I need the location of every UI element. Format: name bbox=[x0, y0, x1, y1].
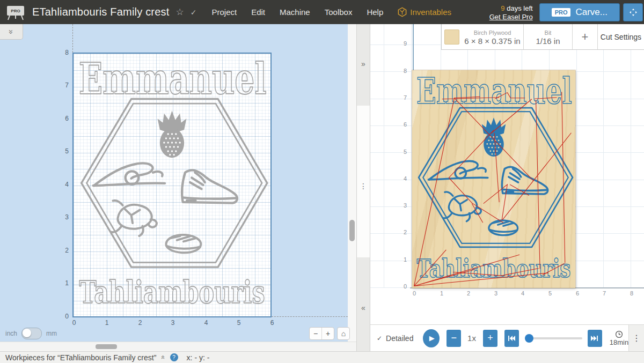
canvas-y-label: 6 bbox=[55, 115, 69, 122]
canvas-y-label: 5 bbox=[55, 147, 69, 155]
zoom-in-button[interactable]: + bbox=[321, 328, 334, 339]
carve-time-estimate: 18min bbox=[610, 330, 628, 346]
time-estimate-value: 18min bbox=[610, 339, 628, 346]
preview-y-label: 4 bbox=[396, 175, 407, 182]
detailed-checkbox[interactable]: ✓ Detailed bbox=[377, 334, 413, 343]
zoom-home-button[interactable]: ⌂ bbox=[337, 327, 350, 340]
preview-y-label: 3 bbox=[396, 202, 407, 209]
slider-track[interactable] bbox=[525, 337, 582, 339]
canvas-y-label: 0 bbox=[55, 313, 69, 320]
menu-help[interactable]: Help bbox=[367, 8, 383, 17]
unit-toggle-group: inch mm bbox=[5, 328, 57, 339]
unit-toggle-switch[interactable] bbox=[21, 328, 42, 339]
material-name: Birch Plywood bbox=[464, 29, 520, 37]
easel-pro-logo[interactable]: PRO bbox=[5, 4, 26, 20]
slider-handle[interactable] bbox=[525, 334, 533, 343]
divider-drag-handle-icon[interactable]: ⋮ bbox=[356, 182, 370, 190]
canvas-y-label: 7 bbox=[55, 82, 69, 89]
preview-y-label: 0 bbox=[396, 283, 407, 290]
canvas-y-label: 4 bbox=[55, 181, 69, 188]
preview-x-label: 0 bbox=[411, 290, 418, 297]
toolbar-collapse-tab[interactable]: » bbox=[0, 24, 23, 40]
workpieces-label: Workpieces for “ETahliambouris Family cr… bbox=[5, 353, 156, 362]
cursor-coordinates: x: - y: - bbox=[187, 353, 210, 362]
preview-y-label: 6 bbox=[396, 121, 407, 128]
inventables-hexagon-icon bbox=[397, 7, 407, 17]
material-preview[interactable] bbox=[412, 70, 575, 288]
menu-machine[interactable]: Machine bbox=[280, 8, 310, 17]
inventables-link[interactable]: Inventables bbox=[397, 7, 451, 17]
collapse-workpieces-icon[interactable]: » bbox=[158, 355, 166, 359]
canvas-y-label: 2 bbox=[55, 247, 69, 254]
material-swatch bbox=[444, 29, 459, 45]
material-selector[interactable]: Birch Plywood 6 × 8 × 0.375 in bbox=[442, 24, 524, 49]
add-bit-button[interactable]: + bbox=[573, 24, 598, 49]
favorite-star-icon[interactable]: ☆ bbox=[175, 6, 184, 18]
menu-project[interactable]: Project bbox=[211, 8, 237, 17]
preview-y-label: 9 bbox=[396, 40, 407, 47]
get-easel-pro-link[interactable]: Get Easel Pro bbox=[489, 13, 533, 21]
crest-design[interactable] bbox=[74, 54, 270, 316]
canvas-x-label: 1 bbox=[103, 319, 111, 327]
carve-pro-badge: PRO bbox=[552, 8, 571, 17]
preview-x-label: 2 bbox=[465, 290, 472, 297]
project-title[interactable]: ETahliambouris Family crest bbox=[32, 6, 169, 18]
menu-edit[interactable]: Edit bbox=[251, 8, 265, 17]
horizontal-scrollbar[interactable] bbox=[0, 342, 356, 352]
material-dimensions: 6 × 8 × 0.375 in bbox=[464, 37, 520, 45]
material-settings-bar: Birch Plywood 6 × 8 × 0.375 in Bit 1/16 … bbox=[441, 24, 644, 50]
menu-toolbox[interactable]: Toolbox bbox=[325, 8, 353, 17]
carve-label: Carve... bbox=[575, 7, 608, 18]
canvas-x-label: 6 bbox=[268, 319, 276, 327]
simulation-progress-slider[interactable] bbox=[525, 334, 582, 343]
preview-x-label: 8 bbox=[628, 290, 635, 297]
horizontal-scrollbar-thumb[interactable] bbox=[96, 344, 117, 349]
speed-decrease-button[interactable]: − bbox=[447, 330, 461, 347]
skip-to-end-button[interactable] bbox=[588, 330, 602, 347]
canvas-x-label: 5 bbox=[235, 319, 243, 327]
vertical-scrollbar-thumb[interactable] bbox=[349, 220, 355, 241]
unit-mm-label: mm bbox=[46, 330, 57, 337]
canvas-y-label: 1 bbox=[55, 279, 69, 287]
help-icon: ? bbox=[172, 354, 175, 360]
canvas-x-label: 0 bbox=[70, 319, 78, 327]
expand-workspace-button[interactable] bbox=[623, 3, 643, 21]
skip-start-icon bbox=[507, 334, 516, 343]
skip-to-start-button[interactable] bbox=[504, 330, 519, 347]
carve-button[interactable]: PRO Carve... bbox=[539, 3, 620, 21]
collapse-left-icon[interactable]: « bbox=[356, 303, 370, 312]
preview-x-label: 3 bbox=[493, 290, 499, 297]
play-simulation-button[interactable]: ▶ bbox=[423, 329, 440, 347]
canvas-x-label: 3 bbox=[169, 319, 177, 327]
skip-end-icon bbox=[590, 334, 599, 343]
design-canvas[interactable]: » 8 7 6 5 4 3 2 1 0 0 1 2 3 4 5 6 inch m… bbox=[0, 24, 348, 342]
preview-x-label: 4 bbox=[519, 290, 526, 297]
toggle-knob[interactable] bbox=[23, 329, 31, 337]
saved-check-icon: ✓ bbox=[191, 8, 197, 17]
detailed-label: Detailed bbox=[386, 334, 413, 343]
status-bar: Workpieces for “ETahliambouris Family cr… bbox=[0, 351, 644, 363]
cut-settings-button[interactable]: Cut Settings bbox=[598, 24, 644, 49]
vertical-scrollbar[interactable] bbox=[348, 24, 356, 342]
inventables-label: Inventables bbox=[410, 8, 451, 17]
zoom-out-button[interactable]: − bbox=[310, 328, 321, 339]
preview-panel[interactable]: 9 8 7 6 5 4 3 2 1 0 0 1 2 3 4 5 6 7 8 ✓ … bbox=[370, 24, 644, 351]
preview-x-label: 1 bbox=[438, 290, 445, 297]
zoom-controls: − + ⌂ bbox=[309, 327, 350, 340]
simulation-menu-button[interactable]: ⋮ bbox=[628, 325, 644, 352]
unit-inch-label: inch bbox=[5, 330, 17, 337]
plus-icon: + bbox=[487, 332, 493, 344]
expand-right-icon[interactable]: » bbox=[356, 60, 370, 68]
days-left: 9 days left bbox=[489, 4, 533, 12]
preview-y-label: 8 bbox=[396, 68, 407, 74]
bit-selector[interactable]: Bit 1/16 in bbox=[524, 24, 573, 49]
help-button[interactable]: ? bbox=[170, 353, 178, 361]
preview-y-label: 1 bbox=[396, 256, 407, 263]
canvas-y-label: 8 bbox=[55, 49, 69, 56]
speed-increase-button[interactable]: + bbox=[483, 330, 497, 347]
canvas-x-label: 2 bbox=[136, 319, 144, 327]
canvas-y-label: 3 bbox=[55, 213, 69, 221]
bit-label: Bit bbox=[536, 29, 560, 37]
workpiece-grid[interactable] bbox=[72, 53, 272, 317]
preview-x-label: 5 bbox=[547, 290, 553, 297]
